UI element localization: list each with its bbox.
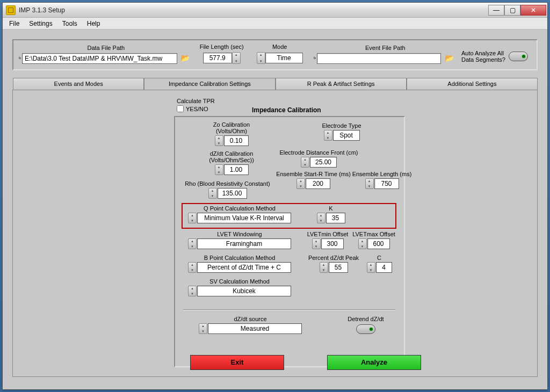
qpoint-label: Q Point Calculation Method xyxy=(186,205,293,212)
lvetmin-input[interactable] xyxy=(321,238,344,249)
browse-event-file-icon[interactable]: 📂 xyxy=(443,53,455,63)
zo-label1: Zo Calibration xyxy=(202,121,261,128)
menu-help[interactable]: Help xyxy=(83,19,105,28)
dzdt-cal-spinner[interactable]: ▲▼ xyxy=(215,164,223,175)
browse-data-file-icon[interactable]: 📂 xyxy=(179,53,191,63)
auto-analyze-label1: Auto Analyze All xyxy=(461,50,505,56)
content-area: Data File Path ᵇ 📂 File Length (sec) ▲▼ … xyxy=(3,30,547,389)
rho-input[interactable] xyxy=(218,188,247,199)
file-length-col: File Length (sec) ▲▼ xyxy=(198,43,246,64)
auto-analyze-col: Auto Analyze All Data Segments? xyxy=(461,50,531,63)
electrode-type-input[interactable] xyxy=(333,130,360,141)
ens-len-label: Ensemble Length (ms) xyxy=(350,171,414,177)
window-title: IMP 3.1.3 Setup xyxy=(19,6,488,14)
sv-label: SV Calculation Method xyxy=(186,278,293,285)
lvet-win-input[interactable] xyxy=(197,238,291,249)
mode-spinner[interactable]: ▲▼ xyxy=(257,52,265,64)
minimize-button[interactable]: — xyxy=(488,5,504,16)
menu-file[interactable]: File xyxy=(5,19,24,28)
path-prefix-icon2: ᵇ xyxy=(314,56,316,62)
bpoint-label: B Point Calculation Method xyxy=(186,255,293,261)
bpoint-spinner[interactable]: ▲▼ xyxy=(188,262,197,273)
file-length-label: File Length (sec) xyxy=(200,43,244,50)
rho-spinner[interactable]: ▲▼ xyxy=(208,188,217,199)
lvetmax-label: LVETmax Offset xyxy=(350,231,397,237)
path-prefix-icon: ᵇ xyxy=(19,56,21,62)
detrend-toggle[interactable] xyxy=(356,324,375,334)
tab-strip: Events and Modes Impedance Calibration S… xyxy=(13,78,538,90)
c-input[interactable] xyxy=(376,262,392,273)
file-length-input[interactable] xyxy=(203,53,232,63)
mode-input[interactable] xyxy=(265,53,303,63)
divider xyxy=(183,309,395,310)
percent-input[interactable] xyxy=(329,262,348,273)
ens-len-spinner[interactable]: ▲▼ xyxy=(365,178,374,189)
titlebar: IMP 3.1.3 Setup — ▢ ✕ xyxy=(3,3,547,18)
ens-start-label: Ensemble Start-R Time (ms) xyxy=(272,171,355,177)
data-file-label: Data File Path xyxy=(87,45,125,51)
tab-additional-settings[interactable]: Additional Settings xyxy=(407,78,538,90)
ens-start-spinner[interactable]: ▲▼ xyxy=(296,178,305,189)
sv-spinner[interactable]: ▲▼ xyxy=(188,286,197,296)
tab-rpeak-artifact[interactable]: R Peak & Artifact Settings xyxy=(276,78,407,90)
lvetmin-label: LVETmin Offset xyxy=(304,231,351,237)
exit-button[interactable]: Exit xyxy=(190,355,284,370)
top-panel: Data File Path ᵇ 📂 File Length (sec) ▲▼ … xyxy=(12,39,538,70)
zo-spinner[interactable]: ▲▼ xyxy=(215,135,223,146)
electrode-dist-input[interactable] xyxy=(310,157,337,168)
qpoint-spinner[interactable]: ▲▼ xyxy=(188,213,197,223)
qpoint-input[interactable] xyxy=(197,213,291,223)
dzdt-src-spinner[interactable]: ▲▼ xyxy=(199,323,207,334)
mode-col: Mode ▲▼ xyxy=(250,43,309,64)
lvetmax-input[interactable] xyxy=(367,238,390,249)
lvet-win-spinner[interactable]: ▲▼ xyxy=(188,238,197,249)
file-length-spinner[interactable]: ▲▼ xyxy=(232,52,241,64)
dzdt-cal-label2: (Volts/Ohm/Sec)) xyxy=(202,157,261,163)
menubar: File Settings Tools Help xyxy=(3,18,547,30)
mode-label: Mode xyxy=(272,43,287,50)
event-file-col: Event File Path ᵇ 📂 xyxy=(314,45,457,64)
tab-impedance-calibration[interactable]: Impedance Calibration Settings xyxy=(144,78,275,90)
dzdt-cal-input[interactable] xyxy=(224,164,249,175)
close-button[interactable]: ✕ xyxy=(520,5,546,16)
percent-spinner[interactable]: ▲▼ xyxy=(320,262,328,273)
menu-tools[interactable]: Tools xyxy=(58,19,82,28)
lvetmin-spinner[interactable]: ▲▼ xyxy=(312,238,321,249)
lvetmax-spinner[interactable]: ▲▼ xyxy=(358,238,367,249)
lvet-win-label: LVET Windowing xyxy=(186,231,293,237)
dzdt-src-label: dZ/dt source xyxy=(197,316,304,322)
electrode-dist-spinner[interactable]: ▲▼ xyxy=(301,157,309,168)
inner-panel: Zo Calibration (Volts/Ohm) ▲▼ dZ/dt Cali… xyxy=(174,116,405,367)
k-input[interactable] xyxy=(326,213,345,223)
event-file-label: Event File Path xyxy=(365,45,406,51)
menu-settings[interactable]: Settings xyxy=(25,19,56,28)
dzdt-src-input[interactable] xyxy=(208,323,302,334)
maximize-button[interactable]: ▢ xyxy=(504,5,520,16)
percent-label: Percent dZ/dt Peak xyxy=(307,255,360,261)
sv-input[interactable] xyxy=(197,286,291,296)
app-icon xyxy=(6,5,16,15)
k-spinner[interactable]: ▲▼ xyxy=(317,213,325,223)
tab-panel: Calculate TPR YES/NO Impedance Calibrati… xyxy=(12,90,538,377)
ens-start-input[interactable] xyxy=(306,178,330,189)
rho-label: Rho (Blood Resistivity Constant) xyxy=(180,180,274,187)
k-label: K xyxy=(315,205,347,212)
calc-tpr-label: Calculate TPR xyxy=(177,98,215,104)
app-window: IMP 3.1.3 Setup — ▢ ✕ File Settings Tool… xyxy=(2,2,548,390)
calc-tpr-checkbox[interactable]: YES/NO xyxy=(177,105,215,112)
c-label: C xyxy=(366,255,393,261)
ens-len-input[interactable] xyxy=(374,178,399,189)
zo-label2: (Volts/Ohm) xyxy=(202,128,261,134)
data-file-input[interactable] xyxy=(22,53,177,64)
tab-events-modes[interactable]: Events and Modes xyxy=(13,78,144,90)
dzdt-cal-label1: dZ/dt Calibration xyxy=(202,150,261,157)
auto-analyze-toggle[interactable] xyxy=(509,52,528,61)
electrode-dist-label: Electrode Distance Front (cm) xyxy=(274,149,363,156)
c-spinner[interactable]: ▲▼ xyxy=(367,262,375,273)
yesno-label: YES/NO xyxy=(186,106,208,112)
event-file-input[interactable] xyxy=(317,53,441,64)
analyze-button[interactable]: Analyze xyxy=(327,355,421,370)
electrode-type-spinner[interactable]: ▲▼ xyxy=(324,130,332,141)
zo-input[interactable] xyxy=(224,135,249,146)
bpoint-input[interactable] xyxy=(197,262,291,273)
